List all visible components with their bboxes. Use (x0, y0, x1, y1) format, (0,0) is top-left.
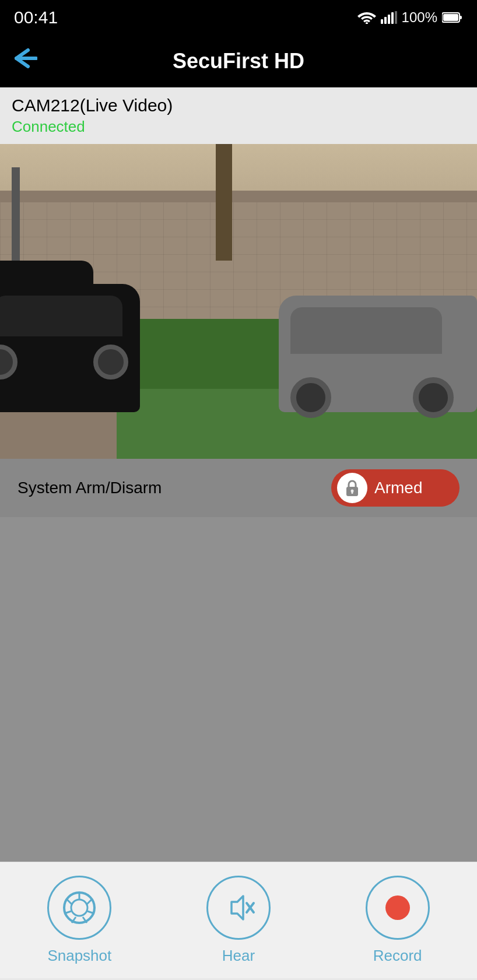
battery-text: 100% (402, 9, 437, 26)
hear-label: Hear (222, 947, 255, 965)
svg-rect-5 (395, 11, 397, 24)
snapshot-label: Snapshot (47, 947, 111, 965)
toolbar: SecuFirst HD (0, 35, 477, 87)
page-title: SecuFirst HD (173, 49, 304, 73)
svg-rect-12 (352, 491, 353, 494)
signal-icon (381, 11, 397, 24)
car-left-wheel2 (93, 345, 128, 380)
snapshot-circle (47, 876, 111, 940)
svg-rect-1 (381, 19, 383, 24)
wifi-icon (357, 11, 376, 24)
hear-circle (206, 876, 271, 940)
lock-icon (337, 473, 367, 503)
bottom-action-bar: Snapshot Hear Record (0, 862, 477, 978)
car-right (279, 296, 477, 412)
svg-line-21 (67, 900, 72, 905)
car-right-wheel1 (290, 377, 331, 418)
video-scene (0, 144, 477, 459)
arm-bar: System Arm/Disarm Armed (0, 459, 477, 517)
record-label: Record (373, 947, 422, 965)
snapshot-icon (61, 889, 98, 926)
svg-rect-7 (443, 14, 458, 21)
hear-icon (221, 890, 256, 925)
snapshot-button[interactable]: Snapshot (47, 876, 111, 965)
car-left (0, 284, 140, 412)
status-time: 00:41 (14, 8, 58, 27)
video-feed (0, 144, 477, 459)
svg-point-0 (366, 22, 368, 24)
content-area (0, 517, 477, 862)
status-bar: 00:41 100% (0, 0, 477, 35)
hear-button[interactable]: Hear (206, 876, 271, 965)
car-left-wheel1 (0, 345, 17, 380)
svg-rect-4 (391, 12, 394, 24)
status-icons: 100% (357, 9, 463, 26)
battery-icon (442, 12, 463, 23)
record-button[interactable]: Record (366, 876, 430, 965)
svg-marker-22 (232, 896, 243, 919)
camera-status: Connected (12, 118, 465, 136)
svg-line-16 (86, 900, 92, 905)
tree-trunk (216, 144, 232, 261)
svg-point-14 (71, 900, 87, 916)
car-right-wheel2 (413, 377, 454, 418)
camera-name: CAM212(Live Video) (12, 96, 465, 115)
arm-toggle-button[interactable]: Armed (331, 469, 460, 507)
record-dot-icon (385, 895, 410, 920)
svg-rect-3 (388, 15, 390, 24)
back-button[interactable] (12, 48, 37, 74)
arm-label: System Arm/Disarm (17, 479, 162, 497)
record-circle (366, 876, 430, 940)
svg-rect-8 (460, 16, 462, 19)
svg-rect-2 (384, 17, 387, 24)
arm-text: Armed (374, 479, 422, 497)
camera-info-bar: CAM212(Live Video) Connected (0, 87, 477, 144)
